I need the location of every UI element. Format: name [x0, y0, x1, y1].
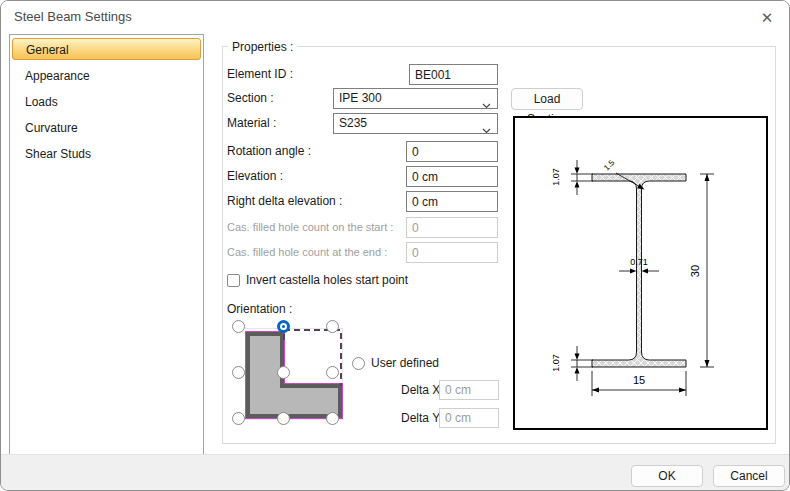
settings-category-list: General Appearance Loads Curvature Shear… [9, 34, 204, 456]
orientation-radio-middle-left[interactable] [232, 366, 245, 379]
rotation-angle-field[interactable] [406, 141, 498, 162]
material-dropdown[interactable]: S235 [333, 113, 498, 134]
fillet-radius-value: 1.5 [602, 158, 617, 173]
cas-hole-end-label: Cas. filled hole count at the end : [227, 242, 387, 263]
orientation-label: Orientation : [227, 302, 292, 317]
ok-button[interactable]: OK [631, 465, 703, 487]
section-label: Section : [227, 88, 274, 109]
top-flange-dimension [571, 160, 593, 195]
close-icon[interactable]: ✕ [754, 6, 780, 30]
material-label: Material : [227, 113, 276, 134]
orientation-radio-bottom-center[interactable] [277, 412, 290, 425]
elevation-field[interactable] [406, 166, 498, 187]
orientation-radio-top-left[interactable] [232, 320, 245, 333]
cas-hole-start-label: Cas. filled hole count on the start : [227, 217, 393, 238]
orientation-radio-top-center[interactable] [277, 320, 290, 333]
orientation-radio-middle-right[interactable] [326, 366, 339, 379]
section-height-value: 30 [689, 265, 701, 277]
bottom-flange-dimension [571, 346, 593, 381]
radio-selected-icon [280, 323, 287, 330]
elevation-label: Elevation : [227, 166, 283, 187]
orientation-radio-bottom-left[interactable] [232, 412, 245, 425]
delta-y-field [439, 408, 499, 428]
beam-cross-section-drawing: 1.07 1.5 0.71 30 [515, 118, 766, 428]
material-dropdown-value: S235 [339, 116, 367, 130]
i-beam-profile [592, 174, 686, 367]
load-section-button[interactable]: Load Section [511, 88, 583, 110]
height-dimension [700, 174, 714, 367]
invert-castella-checkbox[interactable] [227, 274, 240, 287]
user-defined-label: User defined [371, 356, 439, 370]
bottom-flange-thickness-value: 1.07 [551, 354, 561, 372]
sidebar-item-appearance[interactable]: Appearance [12, 65, 201, 87]
chevron-down-icon [482, 121, 491, 140]
element-id-label: Element ID : [227, 64, 293, 85]
user-defined-radio[interactable] [352, 357, 365, 370]
orientation-radio-center[interactable] [277, 366, 290, 379]
web-thickness-value: 0.71 [630, 257, 648, 267]
right-delta-elevation-label: Right delta elevation : [227, 191, 342, 212]
delta-x-field [439, 380, 499, 400]
element-id-field[interactable] [409, 64, 498, 85]
cas-hole-start-field [406, 217, 498, 238]
orientation-radio-top-right[interactable] [326, 320, 339, 333]
top-flange-thickness-value: 1.07 [551, 168, 561, 186]
cancel-button[interactable]: Cancel [713, 465, 785, 487]
cas-hole-end-field [406, 242, 498, 263]
section-width-value: 15 [633, 374, 645, 386]
rotation-angle-label: Rotation angle : [227, 141, 311, 162]
section-preview-frame: 1.07 1.5 0.71 30 [513, 116, 768, 430]
section-dropdown[interactable]: IPE 300 [333, 88, 498, 109]
sidebar-item-shear-studs[interactable]: Shear Studs [12, 143, 201, 165]
invert-castella-label: Invert castella holes start point [246, 273, 408, 288]
titlebar: Steel Beam Settings ✕ [1, 1, 789, 33]
section-dropdown-value: IPE 300 [339, 91, 382, 105]
dialog-title: Steel Beam Settings [14, 9, 132, 24]
right-delta-elevation-field[interactable] [406, 191, 498, 212]
sidebar-item-loads[interactable]: Loads [12, 91, 201, 113]
sidebar-item-curvature[interactable]: Curvature [12, 117, 201, 139]
steel-beam-settings-dialog: Steel Beam Settings ✕ General Appearance… [0, 0, 790, 491]
sidebar-item-general[interactable]: General [12, 38, 201, 60]
properties-group-label: Properties : [228, 40, 297, 54]
orientation-radio-bottom-right[interactable] [326, 412, 339, 425]
